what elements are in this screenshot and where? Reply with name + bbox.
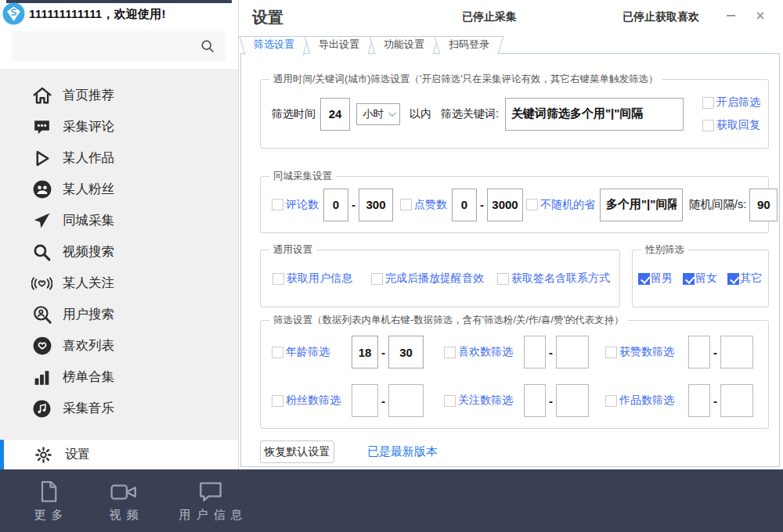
age-filter-checkbox[interactable] bbox=[272, 347, 283, 358]
keep-male-checkbox[interactable] bbox=[638, 273, 650, 285]
like-count-max-input[interactable] bbox=[556, 336, 589, 368]
play-sound-checkbox[interactable] bbox=[371, 273, 383, 285]
range-dash: - bbox=[549, 346, 553, 359]
groupbox-legend: 性别筛选 bbox=[641, 243, 688, 257]
like-max-input[interactable] bbox=[487, 189, 523, 221]
get-user-info-option[interactable]: 获取用户信息 bbox=[272, 271, 352, 286]
enable-filter-checkbox[interactable] bbox=[702, 97, 714, 109]
get-reply-option[interactable]: 获取回复 bbox=[702, 118, 760, 132]
sidebar-item-video-search[interactable]: 视频搜索 bbox=[0, 236, 238, 268]
filter-time-label: 筛选时间 bbox=[272, 107, 316, 121]
like-count-filter-option[interactable]: 喜欢数筛选 bbox=[444, 336, 513, 368]
footer-item-video[interactable]: 视频 bbox=[95, 479, 153, 523]
get-reply-checkbox[interactable] bbox=[702, 120, 714, 131]
sidebar-item-home-feed[interactable]: 首页推荐 bbox=[0, 80, 238, 111]
works-count-min-input[interactable] bbox=[688, 384, 710, 417]
age-filter-option[interactable]: 年龄筛选 bbox=[272, 336, 330, 368]
sidebar-item-label: 首页推荐 bbox=[63, 87, 114, 104]
sidebar-item-user-works[interactable]: 某人作品 bbox=[0, 142, 238, 174]
fixed-province-checkbox[interactable] bbox=[526, 199, 538, 210]
comment-max-input[interactable] bbox=[359, 189, 393, 221]
keep-other-option[interactable]: 其它 bbox=[727, 271, 762, 286]
like-count-filter-checkbox[interactable] bbox=[444, 347, 456, 358]
filter-time-input[interactable] bbox=[320, 98, 350, 131]
filter-keyword-input[interactable] bbox=[505, 98, 684, 131]
sidebar-item-collect-music[interactable]: 采集音乐 bbox=[0, 393, 238, 424]
groupbox-legend: 通用设置 bbox=[269, 243, 316, 257]
sidebar-item-label: 采集音乐 bbox=[63, 400, 114, 417]
keep-female-checkbox[interactable] bbox=[683, 273, 695, 285]
keep-male-option[interactable]: 留男 bbox=[638, 271, 673, 286]
follow-count-max-input[interactable] bbox=[556, 384, 589, 417]
minimize-button[interactable] bbox=[722, 8, 739, 23]
enable-filter-option[interactable]: 开启筛选 bbox=[702, 95, 760, 110]
comment-min-input[interactable] bbox=[323, 189, 348, 221]
fans-count-filter-checkbox[interactable] bbox=[272, 395, 283, 407]
works-count-max-input[interactable] bbox=[720, 384, 753, 417]
sidebar-item-label: 喜欢列表 bbox=[63, 337, 114, 354]
follow-count-filter-option[interactable]: 关注数筛选 bbox=[444, 384, 513, 417]
likes-status-text: 已停止获取喜欢 bbox=[622, 10, 699, 24]
like-min-input[interactable] bbox=[452, 189, 477, 221]
keep-female-option[interactable]: 留女 bbox=[683, 271, 717, 286]
sidebar-item-like-list[interactable]: 喜欢列表 bbox=[0, 330, 238, 361]
works-count-filter-option[interactable]: 作品数筛选 bbox=[605, 384, 674, 417]
fans-count-min-input[interactable] bbox=[352, 384, 378, 417]
comment-count-checkbox[interactable] bbox=[272, 199, 283, 210]
signature-contact-option[interactable]: 获取签名含联系方式 bbox=[497, 271, 610, 286]
like-count-label: 点赞数 bbox=[414, 198, 447, 212]
close-button[interactable]: × bbox=[752, 8, 769, 23]
follow-count-min-input[interactable] bbox=[524, 384, 546, 417]
sidebar-item-rank-collection[interactable]: 榜单合集 bbox=[0, 361, 238, 393]
comment-icon bbox=[31, 117, 52, 138]
video-camera-icon bbox=[110, 479, 138, 505]
like-count-min-input[interactable] bbox=[524, 336, 546, 368]
sidebar-item-label: 某人关注 bbox=[63, 275, 114, 292]
province-input[interactable] bbox=[600, 189, 683, 221]
tab-function-settings[interactable]: 功能设置 bbox=[372, 36, 436, 53]
get-user-info-checkbox[interactable] bbox=[272, 273, 284, 285]
footer-item-user-info[interactable]: 用户信息 bbox=[165, 479, 256, 523]
bottom-toolbar: 更多 视频 用户信息 bbox=[0, 469, 783, 532]
signature-contact-checkbox[interactable] bbox=[497, 273, 509, 285]
page-title: 设置 bbox=[252, 7, 283, 28]
play-sound-option[interactable]: 完成后播放提醒音效 bbox=[371, 271, 484, 286]
sidebar-item-user-follows[interactable]: 某人关注 bbox=[0, 268, 238, 299]
sidebar-item-city-collect[interactable]: 同城采集 bbox=[0, 205, 238, 236]
works-count-filter-checkbox[interactable] bbox=[605, 395, 617, 407]
age-max-input[interactable] bbox=[388, 336, 424, 368]
keep-other-checkbox[interactable] bbox=[727, 273, 739, 285]
fans-count-filter-option[interactable]: 粉丝数筛选 bbox=[272, 384, 341, 417]
like-count-filter-label: 喜欢数筛选 bbox=[458, 345, 513, 359]
tab-filter-settings[interactable]: 筛选设置 bbox=[242, 36, 306, 53]
filter-row: 年龄筛选 - 喜欢数筛选 - bbox=[261, 336, 768, 368]
sidebar-item-user-fans[interactable]: 某人粉丝 bbox=[0, 174, 238, 205]
follow-count-filter-checkbox[interactable] bbox=[444, 395, 456, 407]
footer-item-more[interactable]: 更多 bbox=[20, 479, 78, 523]
praise-count-filter-label: 获赞数筛选 bbox=[619, 345, 674, 359]
sidebar-item-settings[interactable]: 设置 bbox=[0, 440, 238, 469]
random-interval-input[interactable] bbox=[749, 189, 778, 221]
praise-count-min-input[interactable] bbox=[688, 336, 710, 368]
search-icon[interactable] bbox=[197, 36, 218, 56]
general-settings-groupbox: 通用设置 获取用户信息 完成后播放提醒音效 获取签名含联系方式 bbox=[260, 250, 620, 307]
like-count-checkbox[interactable] bbox=[400, 199, 412, 210]
fans-count-max-input[interactable] bbox=[388, 384, 424, 417]
tab-qr-login[interactable]: 扫码登录 bbox=[437, 36, 501, 53]
search-input[interactable] bbox=[20, 31, 197, 61]
groupbox-legend: 通用时间/关键词(城市)筛选设置（'开启筛选'只在采集评论有效，其它右键菜单触发… bbox=[269, 73, 662, 86]
time-unit-select[interactable]: 小时 bbox=[356, 103, 400, 125]
city-collect-groupbox: 同城采集设置 评论数 - 点赞数 - 不随机的省 随机间隔/s: bbox=[260, 176, 769, 233]
sidebar-header: 111111111111，欢迎使用! bbox=[0, 0, 238, 69]
sidebar-item-user-search[interactable]: 用户搜索 bbox=[0, 299, 238, 330]
praise-count-filter-option[interactable]: 获赞数筛选 bbox=[605, 336, 674, 368]
location-arrow-icon bbox=[31, 210, 52, 232]
age-min-input[interactable] bbox=[352, 336, 378, 368]
sidebar-item-collect-comments[interactable]: 采集评论 bbox=[0, 111, 238, 142]
praise-count-filter-checkbox[interactable] bbox=[605, 347, 617, 358]
tab-export-settings[interactable]: 导出设置 bbox=[307, 36, 371, 53]
version-status-link[interactable]: 已是最新版本 bbox=[367, 444, 438, 459]
restore-defaults-button[interactable]: 恢复默认设置 bbox=[260, 440, 334, 463]
praise-count-max-input[interactable] bbox=[720, 336, 753, 368]
time-keyword-groupbox: 通用时间/关键词(城市)筛选设置（'开启筛选'只在采集评论有效，其它右键菜单触发… bbox=[260, 79, 769, 149]
